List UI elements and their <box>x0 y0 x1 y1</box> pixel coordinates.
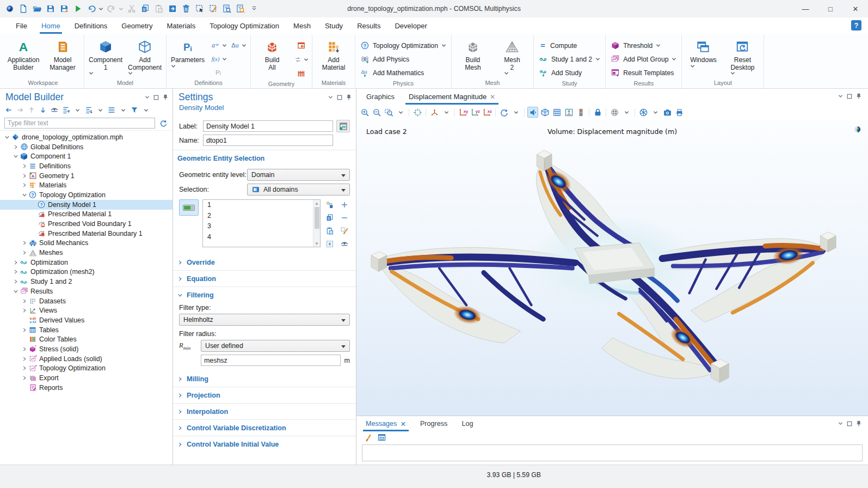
tree-node-prescribed-material-boundary-1[interactable]: Prescribed Material Boundary 1 <box>0 229 173 239</box>
node-text-icon[interactable] <box>106 105 117 115</box>
menu-tab-developer[interactable]: Developer <box>387 17 434 34</box>
tree-node-derived-values[interactable]: 8.85e-12Derived Values <box>0 315 173 325</box>
model-builder-pin-icon[interactable] <box>163 94 168 100</box>
close-button[interactable]: ✕ <box>843 0 868 17</box>
tree-node-topology-optimization[interactable]: *Topology Optimization <box>0 364 173 374</box>
graphics-float-icon[interactable] <box>847 94 852 99</box>
scroll-thumb[interactable] <box>315 207 319 229</box>
copy-selection-icon[interactable] <box>324 212 335 223</box>
expand-arrow-icon[interactable] <box>21 308 28 313</box>
expand-arrow-icon[interactable] <box>12 269 20 274</box>
zoom-in-icon[interactable] <box>359 107 370 118</box>
transparency-icon[interactable] <box>539 107 550 118</box>
zoom-selection-icon[interactable] <box>324 239 335 249</box>
sync-icon[interactable] <box>293 53 309 66</box>
active-toggle[interactable] <box>179 199 199 216</box>
copy-icon[interactable] <box>139 2 152 16</box>
ribbon-button-component-1[interactable]: Component1 <box>88 36 124 75</box>
tree-node-geometry-1[interactable]: AGeometry 1 <box>0 171 173 181</box>
tree-node-drone-topology-optimization-mph[interactable]: drone_topology_optimization.mph <box>0 132 173 142</box>
menu-tab-mesh[interactable]: Mesh <box>286 17 318 34</box>
new-file-icon[interactable] <box>17 2 30 16</box>
expand-arrow-icon[interactable] <box>21 346 28 352</box>
selection-item[interactable]: 2 <box>207 212 313 223</box>
menu-tab-definitions[interactable]: Definitions <box>67 17 115 34</box>
messages-output[interactable] <box>362 444 863 461</box>
expand-arrow-icon[interactable] <box>21 365 28 371</box>
nav-forward-icon[interactable] <box>15 105 26 115</box>
snapshot-icon[interactable] <box>662 107 673 118</box>
ribbon-button-model-manager[interactable]: ModelManager <box>45 36 81 71</box>
expand-arrow-icon[interactable] <box>21 240 28 246</box>
model-builder-float-icon[interactable] <box>153 95 159 100</box>
ribbon-button-build-all[interactable]: BuildAll <box>254 36 290 71</box>
settings-pin-icon[interactable] <box>346 94 352 100</box>
tree-node-optimization-mesh2-[interactable]: Optimization (mesh2) <box>0 267 173 277</box>
tree-node-views[interactable]: Views <box>0 306 173 315</box>
run-icon[interactable] <box>71 2 84 16</box>
section-override[interactable]: Override <box>173 254 356 270</box>
rotate-icon[interactable] <box>498 107 509 118</box>
tree-node-color-tables[interactable]: Color Tables <box>0 334 173 344</box>
ribbon-button-application-builder[interactable]: AApplicationBuilder <box>5 36 41 71</box>
expand-arrow-icon[interactable] <box>21 327 28 333</box>
ribbon-button-add-study[interactable]: Add Study <box>537 66 602 80</box>
settings-dropdown-icon[interactable] <box>328 95 333 99</box>
expand-arrow-icon[interactable] <box>21 182 28 188</box>
tree-node-meshes[interactable]: Meshes <box>0 248 173 258</box>
messages-float-icon[interactable] <box>847 421 852 426</box>
remove-minus-icon[interactable] <box>339 212 350 223</box>
selection-scrollbar[interactable]: ▲ ▼ <box>313 200 320 247</box>
ribbon-button-study-1-and-2[interactable]: Study 1 and 2 <box>537 52 602 66</box>
zoom-out-icon[interactable] <box>371 107 382 118</box>
ribbon-button-mesh-2[interactable]: Mesh2 <box>494 36 530 75</box>
tree-node-study-1-and-2[interactable]: Study 1 and 2 <box>0 277 173 286</box>
show-grid-icon[interactable] <box>551 107 562 118</box>
selection-list[interactable]: 1234 ▲ ▼ <box>202 199 321 247</box>
ribbon-button-add-plot-group[interactable]: Add Plot Group <box>609 52 678 66</box>
settings-float-icon[interactable] <box>337 95 342 100</box>
create-selection-icon[interactable] <box>324 199 335 210</box>
expand-arrow-icon[interactable] <box>21 173 28 179</box>
cut-icon[interactable] <box>125 2 138 16</box>
bottom-tab-progress[interactable]: Progress <box>417 416 450 431</box>
filter-radius-field[interactable] <box>201 355 341 366</box>
duplicate-icon[interactable] <box>166 2 179 16</box>
tree-node-export[interactable]: Export <box>0 373 173 383</box>
a-eq-icon[interactable]: a= <box>209 39 227 52</box>
move-down-icon[interactable] <box>38 105 48 115</box>
tree-node-optimization[interactable]: Optimization <box>0 258 173 267</box>
model-builder-dropdown-icon[interactable] <box>145 95 150 99</box>
clear-brush-big-icon[interactable] <box>362 432 373 443</box>
tree-node-tables[interactable]: Tables <box>0 325 173 335</box>
ribbon-button-topology-optimization[interactable]: ?Topology Optimization <box>359 39 448 52</box>
section-projection[interactable]: Projection <box>173 387 356 403</box>
tree-node-component-1[interactable]: Component 1 <box>0 151 173 161</box>
menu-tab-results[interactable]: Results <box>350 17 387 34</box>
color-legend-icon[interactable] <box>575 107 586 118</box>
view-xy-icon[interactable]: xy <box>458 107 469 118</box>
collapse-arrow-icon[interactable] <box>21 192 28 198</box>
import-geometry-icon[interactable] <box>293 39 309 52</box>
appearance-icon[interactable] <box>609 107 620 118</box>
graphics-pin-icon[interactable] <box>856 93 861 99</box>
graphics-tab-displacement-magnitude[interactable]: Displacement Magnitude✕ <box>405 89 498 105</box>
expand-all-icon[interactable] <box>83 105 94 115</box>
ribbon-button-threshold[interactable]: Threshold <box>609 39 678 52</box>
ribbon-button-compute[interactable]: Compute <box>537 39 602 52</box>
menu-tab-geometry[interactable]: Geometry <box>114 17 159 34</box>
pi-gray-icon[interactable]: Pi <box>209 66 227 79</box>
messages-dropdown-icon[interactable] <box>838 422 843 425</box>
collapse-arrow-icon[interactable] <box>3 135 11 140</box>
tree-node-density-model-1[interactable]: ?Density Model 1 <box>0 200 173 210</box>
view-yz-icon[interactable]: yz <box>470 107 481 118</box>
expand-arrow-icon[interactable] <box>12 260 20 265</box>
fx-icon[interactable]: f(x) <box>209 52 227 65</box>
expand-arrow-icon[interactable] <box>21 356 28 362</box>
zoom-box-caret[interactable] <box>395 107 406 118</box>
search-icon[interactable] <box>234 2 247 16</box>
close-tab-icon[interactable]: ✕ <box>490 93 495 101</box>
selection-item[interactable]: 4 <box>207 233 313 244</box>
tree-node-topology-optimization[interactable]: ?Topology Optimization <box>0 190 173 200</box>
graphics-tab-graphics[interactable]: Graphics <box>363 89 398 105</box>
